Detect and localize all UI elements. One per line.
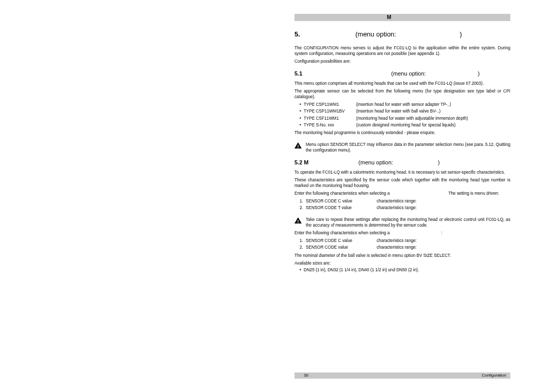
paragraph: Available sizes are: — [294, 260, 510, 266]
type-list: • TYPE CSP11WM1 (insertion head for wate… — [294, 102, 510, 127]
warning-icon: ! — [294, 142, 302, 154]
warning-block: ! Menu option SENSOR SELECT may influenc… — [294, 142, 510, 153]
list-item: 1. SENSOR CODE C value characteristics r… — [300, 198, 510, 204]
paragraph: The CONFIGURATION menu serves to adjust … — [294, 45, 510, 57]
heading-5-2: 5.2 M onitoring head data (menu option: … — [294, 159, 510, 165]
chapter-bar: M — [294, 14, 510, 21]
page-footer: 30 Configuration — [294, 372, 510, 379]
section-5-1: This menu option comprises all monitorin… — [294, 81, 510, 136]
chapter-bar-label: M — [387, 14, 392, 21]
warning-icon: ! — [294, 217, 302, 229]
page-number: 30 — [304, 372, 308, 379]
paragraph: To operate the FC01-LQ with a calorimetr… — [294, 170, 510, 175]
list-item: • TYPE CSF11WM1 (monitoring head for wat… — [300, 116, 510, 121]
svg-text:!: ! — [298, 219, 299, 224]
paragraph: The appropriate sensor can be selected f… — [294, 88, 510, 100]
warning-text: Menu option SENSOR SELECT may influence … — [306, 142, 510, 153]
paragraph: Enter the following characteristics when… — [294, 191, 510, 196]
section-5-2: To operate the FC01-LQ with a calorimetr… — [294, 170, 510, 211]
footer-section: Configuration — [482, 372, 506, 379]
list-item: 2. SENSOR CODE value characteristics ran… — [300, 245, 510, 250]
code-list-b: 1. SENSOR CODE C value characteristics r… — [294, 238, 510, 250]
list-item: • TYPE S-No. xxx (custom designed monito… — [300, 122, 510, 128]
paragraph: Enter the following characteristics when… — [294, 230, 510, 236]
document-page: M 5. Configuration (menu option: CONFIGU… — [294, 14, 510, 379]
paragraph: These characteristics are specified by t… — [294, 177, 510, 189]
intro-block: The CONFIGURATION menu serves to adjust … — [294, 45, 510, 64]
paragraph: This menu option comprises all monitorin… — [294, 81, 510, 86]
list-item: • TYPE CSP11WM1BV (insertion head for wa… — [300, 108, 510, 114]
list-item: • DN25 (1 in), DN32 (1 1/4 in), DN40 (1 … — [300, 267, 510, 273]
section-5-2b: Enter the following characteristics when… — [294, 230, 510, 272]
heading-5: 5. Configuration (menu option: CONFIGURA… — [294, 30, 510, 38]
heading-5-1: 5.1 Sensor selection (menu option: SENSO… — [294, 70, 510, 77]
list-item: 2. SENSOR CODE T value characteristics r… — [300, 205, 510, 211]
warning-text: Take care to repeat these settings after… — [306, 217, 510, 228]
paragraph: The nominal diameter of the ball valve i… — [294, 253, 510, 258]
code-list-a: 1. SENSOR CODE C value characteristics r… — [294, 198, 510, 211]
warning-block: ! Take care to repeat these settings aft… — [294, 217, 510, 228]
paragraph: Configuration possibilities are: — [294, 59, 510, 64]
list-item: 1. SENSOR CODE C value characteristics r… — [300, 238, 510, 244]
svg-text:!: ! — [298, 143, 299, 148]
list-item: • TYPE CSP11WM1 (insertion head for wate… — [300, 102, 510, 107]
paragraph: The monitoring head programme is continu… — [294, 130, 510, 136]
